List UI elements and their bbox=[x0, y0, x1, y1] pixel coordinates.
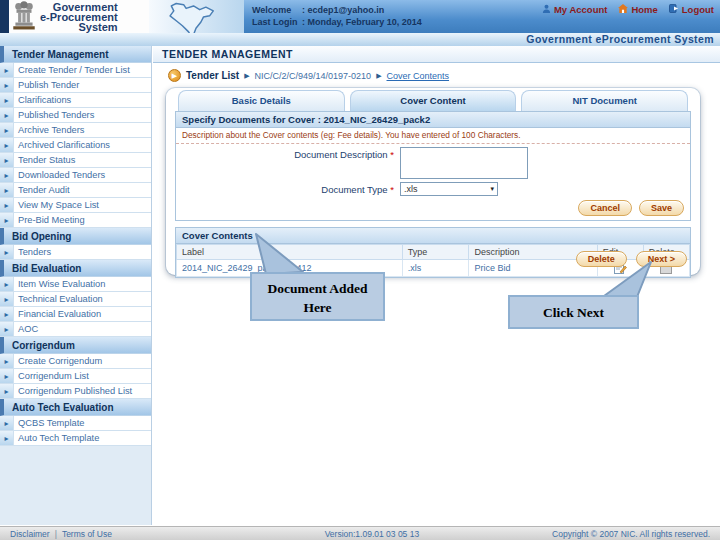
logo-area: Government e-Procurement System bbox=[9, 0, 149, 33]
disclaimer-link[interactable]: Disclaimer bbox=[10, 529, 50, 539]
app-logo-title: Government e-Procurement System bbox=[40, 2, 118, 32]
sidebar-item-create-tender-tender-list[interactable]: ▸Create Tender / Tender List bbox=[0, 63, 151, 78]
tab-bar: Basic Details Cover Content NIT Document bbox=[166, 88, 700, 111]
document-type-label: Document Type * bbox=[176, 182, 400, 195]
sidebar-item-create-corrigendum[interactable]: ▸Create Corrigendum bbox=[0, 354, 151, 369]
home-icon bbox=[618, 4, 628, 15]
arrow-bullet-icon: ▸ bbox=[0, 93, 14, 107]
document-description-label: Document Description * bbox=[176, 147, 400, 160]
arrow-bullet-icon: ▸ bbox=[0, 183, 14, 197]
cover-content-card: Basic Details Cover Content NIT Document… bbox=[166, 88, 700, 275]
logout-icon bbox=[669, 4, 679, 15]
sidebar-section-auto-tech-evaluation[interactable]: Auto Tech Evaluation bbox=[0, 399, 151, 416]
arrow-bullet-icon: ▸ bbox=[0, 153, 14, 167]
arrow-bullet-icon: ▸ bbox=[0, 63, 14, 77]
next-button[interactable]: Next > bbox=[636, 251, 687, 267]
sidebar-section-bid-opening[interactable]: Bid Opening bbox=[0, 228, 151, 245]
sidebar-item-tender-status[interactable]: ▸Tender Status bbox=[0, 153, 151, 168]
sidebar-item-label: Archive Tenders bbox=[14, 123, 88, 137]
sidebar-item-clarifications[interactable]: ▸Clarifications bbox=[0, 93, 151, 108]
arrow-bullet-icon: ▸ bbox=[0, 369, 14, 383]
cancel-button[interactable]: Cancel bbox=[578, 200, 632, 216]
sidebar-item-archive-tenders[interactable]: ▸Archive Tenders bbox=[0, 123, 151, 138]
footer: Disclaimer | Terms of Use Version:1.09.0… bbox=[0, 526, 720, 540]
sidebar-item-tenders[interactable]: ▸Tenders bbox=[0, 245, 151, 260]
specify-documents-title: Specify Documents for Cover : 2014_NIC_2… bbox=[176, 112, 690, 128]
header-links: My Account Home Logout bbox=[542, 4, 714, 15]
tab-nit-document[interactable]: NIT Document bbox=[521, 90, 688, 111]
document-added-callout: Document Added Here bbox=[250, 272, 385, 321]
required-asterisk: * bbox=[390, 184, 394, 195]
arrow-bullet-icon: ▸ bbox=[0, 322, 14, 336]
save-button[interactable]: Save bbox=[639, 200, 684, 216]
sidebar-item-archived-clarifications[interactable]: ▸Archived Clarifications bbox=[0, 138, 151, 153]
sidebar-item-label: Auto Tech Template bbox=[14, 431, 102, 445]
column-header-type: Type bbox=[402, 245, 469, 260]
sidebar-item-label: Financial Evaluation bbox=[14, 307, 104, 321]
arrow-bullet-icon: ▸ bbox=[0, 78, 14, 92]
breadcrumb-tender-list[interactable]: Tender List bbox=[186, 70, 239, 81]
sidebar-item-label: Clarifications bbox=[14, 93, 74, 107]
last-login-label: Last Login bbox=[252, 16, 302, 28]
sidebar: Tender Management▸Create Tender / Tender… bbox=[0, 46, 152, 525]
arrow-bullet-icon: ▸ bbox=[0, 384, 14, 398]
sidebar-section-tender-management[interactable]: Tender Management bbox=[0, 46, 151, 63]
sidebar-item-label: View My Space List bbox=[14, 198, 102, 212]
cell-type: .xls bbox=[402, 260, 469, 277]
india-map-icon bbox=[149, 0, 244, 33]
arrow-bullet-icon: ▸ bbox=[0, 245, 14, 259]
sidebar-section-corrigendum[interactable]: Corrigendum bbox=[0, 337, 151, 354]
sidebar-item-label: Item Wise Evaluation bbox=[14, 277, 108, 291]
welcome-email: : ecdep1@yahoo.in bbox=[302, 4, 384, 16]
sidebar-item-tender-audit[interactable]: ▸Tender Audit bbox=[0, 183, 151, 198]
sidebar-item-published-tenders[interactable]: ▸Published Tenders bbox=[0, 108, 151, 123]
my-account-link[interactable]: My Account bbox=[542, 4, 607, 15]
arrow-bullet-icon: ▸ bbox=[0, 354, 14, 368]
bottom-actions: Delete Next > bbox=[576, 251, 687, 267]
corner-block bbox=[0, 0, 9, 33]
sidebar-item-publish-tender[interactable]: ▸Publish Tender bbox=[0, 78, 151, 93]
arrow-bullet-icon: ▸ bbox=[0, 198, 14, 212]
sidebar-item-technical-evaluation[interactable]: ▸Technical Evaluation bbox=[0, 292, 151, 307]
sidebar-item-pre-bid-meeting[interactable]: ▸Pre-Bid Meeting bbox=[0, 213, 151, 228]
card-body: Specify Documents for Cover : 2014_NIC_2… bbox=[175, 111, 691, 269]
sidebar-item-view-my-space-list[interactable]: ▸View My Space List bbox=[0, 198, 151, 213]
terms-of-use-link[interactable]: Terms of Use bbox=[62, 529, 112, 539]
home-link[interactable]: Home bbox=[618, 4, 657, 15]
arrow-bullet-icon: ▸ bbox=[0, 108, 14, 122]
logout-link[interactable]: Logout bbox=[669, 4, 714, 15]
sidebar-item-corrigendum-list[interactable]: ▸Corrigendum List bbox=[0, 369, 151, 384]
sidebar-item-label: Downloaded Tenders bbox=[14, 168, 108, 182]
breadcrumb-tender-id: NIC/C/2/C/949/14/0197-0210 bbox=[255, 71, 372, 81]
arrow-bullet-icon: ▸ bbox=[0, 213, 14, 227]
delete-button[interactable]: Delete bbox=[576, 251, 627, 267]
tab-basic-details[interactable]: Basic Details bbox=[178, 90, 345, 111]
footer-divider: | bbox=[55, 529, 57, 539]
breadcrumb-bullet-icon: ▶ bbox=[168, 69, 181, 82]
tab-cover-content[interactable]: Cover Content bbox=[350, 90, 517, 111]
required-asterisk: * bbox=[390, 149, 394, 160]
arrow-bullet-icon: ▸ bbox=[0, 138, 14, 152]
document-description-input[interactable] bbox=[400, 147, 528, 179]
header-right-panel: Welcome: ecdep1@yahoo.in Last Login: Mon… bbox=[244, 0, 720, 33]
dropdown-arrow-icon: ▾ bbox=[490, 185, 494, 193]
sidebar-item-label: Archived Clarifications bbox=[14, 138, 113, 152]
sidebar-item-label: Publish Tender bbox=[14, 78, 82, 92]
sidebar-item-financial-evaluation[interactable]: ▸Financial Evaluation bbox=[0, 307, 151, 322]
arrow-bullet-icon: ▸ bbox=[0, 277, 14, 291]
document-type-select[interactable]: .xls ▾ bbox=[400, 182, 498, 196]
chevron-right-icon: ▶ bbox=[376, 72, 381, 80]
arrow-bullet-icon: ▸ bbox=[0, 416, 14, 430]
sidebar-item-item-wise-evaluation[interactable]: ▸Item Wise Evaluation bbox=[0, 277, 151, 292]
sidebar-item-label: Tender Status bbox=[14, 153, 78, 167]
sidebar-section-bid-evaluation[interactable]: Bid Evaluation bbox=[0, 260, 151, 277]
sidebar-item-aoc[interactable]: ▸AOC bbox=[0, 322, 151, 337]
breadcrumb-cover-contents[interactable]: Cover Contents bbox=[387, 71, 450, 81]
sidebar-item-auto-tech-template[interactable]: ▸Auto Tech Template bbox=[0, 431, 151, 446]
sidebar-item-qcbs-template[interactable]: ▸QCBS Template bbox=[0, 416, 151, 431]
copyright-text: Copyright © 2007 NIC. All rights reserve… bbox=[552, 529, 710, 539]
arrow-bullet-icon: ▸ bbox=[0, 431, 14, 445]
user-icon bbox=[542, 4, 551, 15]
sidebar-item-corrigendum-published-list[interactable]: ▸Corrigendum Published List bbox=[0, 384, 151, 399]
sidebar-item-downloaded-tenders[interactable]: ▸Downloaded Tenders bbox=[0, 168, 151, 183]
